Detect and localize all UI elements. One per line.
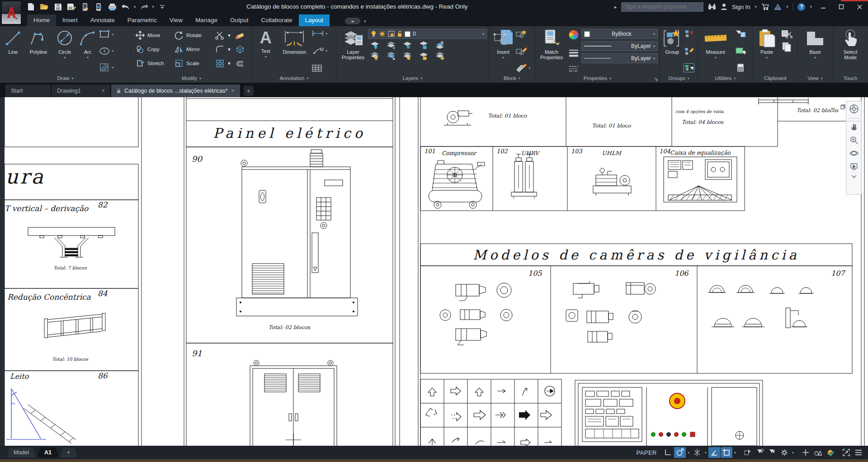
quick-calculator-button[interactable] xyxy=(736,63,745,72)
polar-dropdown[interactable]: ▾ xyxy=(733,451,737,455)
panel-label-view[interactable]: View▾ xyxy=(797,74,833,83)
tab-collaborate[interactable]: Collaborate xyxy=(255,14,298,26)
pan-button[interactable] xyxy=(849,123,859,132)
help-dropdown[interactable]: ▾ xyxy=(810,5,812,9)
dynamic-ucs-dropdown[interactable]: ▾ xyxy=(686,451,691,455)
app-store-cart-icon[interactable] xyxy=(761,3,769,10)
isolate-objects-button[interactable] xyxy=(812,447,824,458)
file-tab-drawing1[interactable]: Drawing1 × xyxy=(52,85,110,97)
panel-label-utilities[interactable]: Utilities▾ xyxy=(698,74,753,83)
leader-button[interactable]: ▾ xyxy=(311,47,334,55)
erase-button[interactable] xyxy=(233,31,247,40)
scale-button[interactable]: Scale xyxy=(175,59,215,68)
showmotion-button[interactable] xyxy=(849,162,859,171)
layer-properties-button[interactable]: Layer Properties xyxy=(338,28,368,74)
help-button[interactable]: ? xyxy=(797,3,805,11)
polyline-button[interactable]: Polyline xyxy=(24,28,52,74)
redo-dropdown[interactable]: ▾ xyxy=(152,5,155,9)
move-button[interactable]: Move xyxy=(136,31,175,40)
explode-button[interactable] xyxy=(233,45,247,54)
paste-dropdown[interactable]: ▾ xyxy=(766,55,768,61)
snap-dropdown[interactable]: ▾ xyxy=(703,451,708,455)
tab-output[interactable]: Output xyxy=(224,14,255,26)
minimize-button[interactable] xyxy=(816,1,830,12)
tab-layout[interactable]: Layout xyxy=(299,14,330,26)
hatch-tool-button[interactable]: ▾ xyxy=(99,62,124,72)
tab-annotate[interactable]: Annotate xyxy=(84,14,121,26)
panel-label-clipboard[interactable]: Clipboard xyxy=(753,74,797,83)
model-tab[interactable]: Model xyxy=(6,448,36,457)
match-properties-button[interactable]: Match Properties xyxy=(537,28,566,74)
panel-label-touch[interactable]: Touch xyxy=(833,74,868,83)
sign-in-button[interactable]: Sign In xyxy=(732,4,750,10)
text-dropdown[interactable]: ▾ xyxy=(265,54,267,60)
fillet-dropdown[interactable]: ▾ xyxy=(228,46,231,52)
group-button[interactable]: Group xyxy=(662,28,682,74)
redo-button[interactable] xyxy=(139,1,150,12)
cut-button[interactable] xyxy=(781,29,793,38)
array-dropdown[interactable]: ▾ xyxy=(228,60,231,66)
file-tab-start[interactable]: Start xyxy=(5,85,51,97)
create-block-button[interactable] xyxy=(515,29,533,38)
attributes-dropdown[interactable]: ▾ xyxy=(528,66,530,70)
crosshair-toggle[interactable] xyxy=(800,447,811,458)
graphics-performance-button[interactable] xyxy=(824,447,836,458)
layer-previous-button[interactable] xyxy=(402,52,412,61)
ribbon-collapse-control[interactable]: ▾ xyxy=(345,18,366,24)
select-similar-button[interactable] xyxy=(735,47,746,56)
layer-off-button[interactable] xyxy=(370,41,380,50)
ellipse-tool-button[interactable]: ▾ xyxy=(99,46,124,56)
fillet-button[interactable]: ▾ xyxy=(215,45,233,54)
selection-cycling-toggle[interactable] xyxy=(742,447,754,458)
rotate-button[interactable]: Rotate xyxy=(175,31,215,40)
tab-home[interactable]: Home xyxy=(27,14,56,26)
autocad-logo[interactable] xyxy=(1,1,21,24)
search-input[interactable] xyxy=(621,2,703,12)
base-button[interactable]: Base ▾ xyxy=(799,28,831,74)
customization-menu-button[interactable] xyxy=(853,447,864,458)
undo-dropdown[interactable]: ▾ xyxy=(134,5,136,9)
save-as-button[interactable] xyxy=(66,1,77,12)
select-mode-button[interactable]: Select Mode xyxy=(835,28,866,74)
copy-button[interactable]: Copy xyxy=(136,45,175,54)
viewport-minimize-icon[interactable] xyxy=(830,104,836,110)
navbar-more-caret[interactable] xyxy=(851,175,857,178)
layer-select-combo[interactable]: 0 ▾ xyxy=(368,29,487,39)
linear-dimension-button[interactable]: ▾ xyxy=(311,29,334,38)
panel-label-groups[interactable]: Groups▾ xyxy=(660,74,698,83)
layer-state-button[interactable] xyxy=(435,52,445,61)
polar-tracking-toggle[interactable] xyxy=(721,447,732,458)
file-tab-catalogo[interactable]: Catálogo de blocos ...stalações elétrica… xyxy=(111,85,240,97)
text-button[interactable]: A Text ▾ xyxy=(254,28,278,74)
new-drawing-tab-button[interactable]: + xyxy=(244,86,254,96)
clean-screen-button[interactable] xyxy=(840,447,852,458)
drawing-canvas[interactable]: ura T vertical – derivação 82 Total: 7 b… xyxy=(0,97,868,446)
edit-block-button[interactable] xyxy=(515,47,533,56)
layer-freeze-button[interactable] xyxy=(402,41,412,50)
paste-button[interactable]: Paste ▾ xyxy=(755,28,778,74)
new-file-button[interactable] xyxy=(25,1,36,12)
layer-make-current-button[interactable] xyxy=(435,41,445,50)
linear-dim-dropdown[interactable]: ▾ xyxy=(326,32,327,36)
object-color-combo[interactable]: ByBlock ▾ xyxy=(581,29,658,39)
measure-dropdown[interactable]: ▾ xyxy=(715,55,717,61)
measure-button[interactable]: Measure ▾ xyxy=(700,28,731,74)
circle-button[interactable]: Circle ▾ xyxy=(52,28,77,74)
panel-label-modify[interactable]: Modify▾ xyxy=(131,74,252,83)
base-dropdown[interactable]: ▾ xyxy=(814,55,816,61)
annotation-scale-gear-button[interactable] xyxy=(778,447,790,458)
trim-button[interactable]: ▾ xyxy=(215,31,233,40)
line-button[interactable]: Line xyxy=(2,28,24,74)
plot-button[interactable] xyxy=(107,1,118,12)
insert-button[interactable]: Insert ▾ xyxy=(491,28,515,74)
ellipse-dropdown[interactable]: ▾ xyxy=(112,49,113,53)
layout-a1-tab[interactable]: A1 xyxy=(37,448,59,457)
panel-label-properties[interactable]: Properties▾ xyxy=(535,74,660,83)
save-to-mobile-button[interactable] xyxy=(93,1,104,12)
properties-dialog-launcher[interactable] xyxy=(654,77,658,81)
quick-select-button[interactable] xyxy=(735,29,746,38)
dimension-button[interactable]: Dimension xyxy=(278,28,312,74)
layer-unlock-row2-button[interactable] xyxy=(419,52,429,61)
tab-parametric[interactable]: Parametric xyxy=(121,14,163,26)
hatch-dropdown[interactable]: ▾ xyxy=(112,66,113,70)
